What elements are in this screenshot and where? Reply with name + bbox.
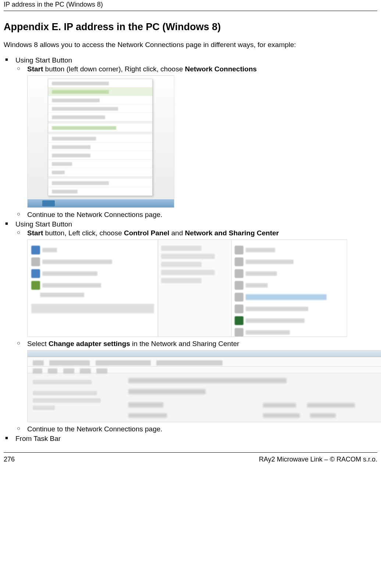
breadcrumb-bar: [28, 357, 381, 367]
step-text: Continue to the Network Connections page…: [27, 425, 163, 433]
start-menu-apps: [28, 240, 158, 336]
step-continue-1: Continue to the Network Connections page…: [15, 211, 377, 219]
method-label: From Task Bar: [15, 435, 61, 442]
screenshot-control-panel: [27, 239, 347, 337]
page-content: Appendix E. IP address in the PC (Window…: [0, 21, 381, 443]
step-text-2: and: [170, 229, 185, 237]
bold-start: Start: [27, 229, 43, 237]
method-steps: Start button (left down corner), Right c…: [15, 65, 377, 219]
page-footer: 276 RAy2 Microwave Link – © RACOM s.r.o.: [4, 452, 377, 467]
page-number: 276: [4, 456, 15, 463]
intro-text: Windows 8 allows you to access the Netwo…: [4, 41, 377, 49]
control-panel-items: [232, 240, 347, 336]
bold-control-panel: Control Panel: [124, 229, 170, 237]
taskbar-button: [42, 200, 55, 206]
step-text: button (left down corner), Right click, …: [43, 65, 185, 73]
running-title: IP address in the PC (Windows 8): [4, 1, 103, 8]
step-text: button, Left click, choose: [43, 229, 124, 237]
step-continue-2: Continue to the Network Connections page…: [15, 425, 377, 433]
step-post: in the Network and Sharing Center: [130, 340, 239, 348]
nsc-main: [123, 373, 381, 422]
bold-network-connections: Network Connections: [185, 65, 257, 73]
method-label: Using Start Button: [15, 56, 72, 64]
screenshot-network-sharing-center: [27, 350, 381, 422]
bold-start: Start: [27, 65, 43, 73]
taskbar: [28, 199, 174, 207]
step-change-adapter: Select Change adapter settings in the Ne…: [15, 340, 377, 422]
step-start-rightclick: Start button (left down corner), Right c…: [15, 65, 377, 208]
bold-nsc: Network and Sharing Center: [185, 229, 279, 237]
running-header: IP address in the PC (Windows 8): [4, 0, 377, 11]
bold-change-adapter: Change adapter settings: [49, 340, 130, 348]
method-start-right-click: Using Start Button Start button (left do…: [4, 56, 377, 219]
nsc-sidebar: [28, 373, 123, 422]
page-title: Appendix E. IP address in the PC (Window…: [4, 21, 377, 33]
step-text: Continue to the Network Connections page…: [27, 211, 163, 218]
step-pre: Select: [27, 340, 49, 348]
method-steps: Start button, Left click, choose Control…: [15, 229, 377, 433]
step-start-leftclick: Start button, Left click, choose Control…: [15, 229, 377, 337]
footer-copyright: RAy2 Microwave Link – © RACOM s.r.o.: [259, 456, 377, 463]
methods-list: Using Start Button Start button (left do…: [4, 56, 377, 443]
screenshot-start-context-menu: [27, 75, 174, 208]
control-panel-categories: [158, 240, 232, 336]
method-task-bar: From Task Bar: [4, 435, 377, 443]
window-titlebar: [28, 350, 381, 357]
context-menu: [48, 79, 153, 196]
menu-bar: [28, 367, 381, 373]
method-start-left-click: Using Start Button Start button, Left cl…: [4, 220, 377, 433]
method-label: Using Start Button: [15, 220, 72, 228]
